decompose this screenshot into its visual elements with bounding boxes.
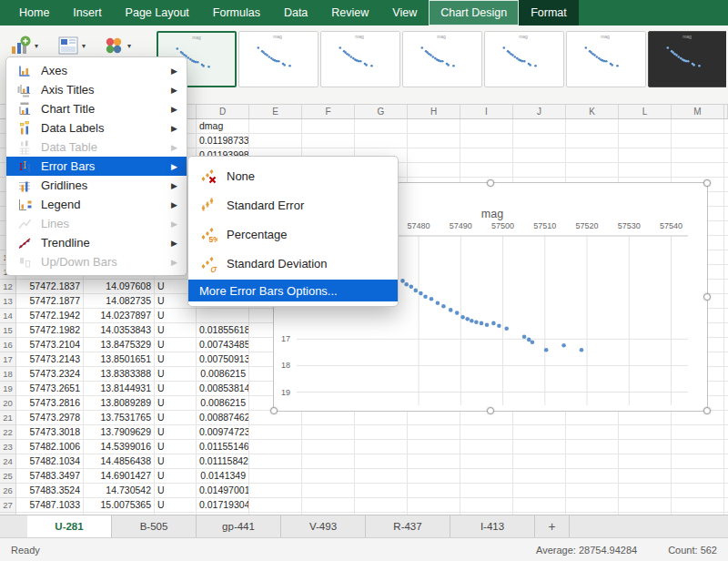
ribbon-tab-chart-design[interactable]: Chart Design <box>429 0 519 26</box>
cell[interactable]: U <box>155 411 197 425</box>
cell[interactable]: 0.0141349 <box>197 469 249 484</box>
cell[interactable] <box>566 484 619 498</box>
cell[interactable]: 13.8144931 <box>84 382 155 396</box>
cell[interactable] <box>619 119 672 134</box>
row-header[interactable]: 21 <box>0 411 16 425</box>
cell[interactable] <box>460 134 513 148</box>
cell[interactable] <box>513 484 566 498</box>
row-header[interactable]: 24 <box>0 454 16 469</box>
row-header[interactable]: 16 <box>0 338 16 352</box>
row-header[interactable]: 14 <box>0 309 16 323</box>
cell[interactable] <box>619 498 672 513</box>
cell[interactable]: 0.01198733 <box>197 134 249 148</box>
row-header[interactable]: 13 <box>0 294 16 309</box>
cell[interactable]: 0.01719304 <box>197 498 249 513</box>
cell[interactable]: U <box>155 352 197 367</box>
cell[interactable] <box>460 484 513 498</box>
cell[interactable] <box>566 134 619 148</box>
cell[interactable] <box>672 454 724 469</box>
cell[interactable] <box>724 163 728 178</box>
column-header-k[interactable]: K <box>566 105 619 118</box>
row-header[interactable]: 17 <box>0 352 16 367</box>
submenu-item-standard-deviation[interactable]: σStandard Deviation <box>188 249 398 278</box>
cell[interactable]: 57473.2651 <box>16 382 84 396</box>
cell[interactable] <box>408 163 460 178</box>
cell[interactable]: 14.097608 <box>84 280 155 294</box>
cell[interactable] <box>724 148 728 163</box>
cell[interactable] <box>672 134 724 148</box>
column-header-i[interactable]: I <box>460 105 513 118</box>
cell[interactable] <box>566 454 619 469</box>
cell[interactable] <box>672 425 724 440</box>
cell[interactable] <box>513 498 566 513</box>
cell[interactable] <box>724 440 728 454</box>
cell[interactable] <box>355 498 408 513</box>
cell[interactable] <box>408 411 460 425</box>
cell[interactable] <box>724 396 728 411</box>
row-header[interactable]: 22 <box>0 425 16 440</box>
cell[interactable]: 14.5399016 <box>84 440 155 454</box>
cell[interactable] <box>619 163 672 178</box>
cell[interactable]: 57472.1837 <box>16 280 84 294</box>
cell[interactable] <box>724 498 728 513</box>
cell[interactable] <box>619 411 672 425</box>
column-header-f[interactable]: F <box>302 105 355 118</box>
cell[interactable] <box>408 454 460 469</box>
cell[interactable]: dmag <box>197 119 249 134</box>
chart-style-thumbnail[interactable]: mag <box>648 31 726 87</box>
cell[interactable] <box>513 163 566 178</box>
cell[interactable] <box>672 119 724 134</box>
chart-selection-handle[interactable] <box>487 407 494 414</box>
sheet-tab-v-493[interactable]: V-493 <box>281 515 366 537</box>
column-header-m[interactable]: M <box>672 105 724 118</box>
cell[interactable] <box>672 440 724 454</box>
cell[interactable] <box>302 440 355 454</box>
cell[interactable] <box>724 207 728 221</box>
column-header-d[interactable]: D <box>197 105 249 118</box>
cell[interactable] <box>566 440 619 454</box>
row-header[interactable]: 15 <box>0 323 16 338</box>
cell[interactable]: U <box>155 382 197 396</box>
cell[interactable] <box>724 134 728 148</box>
row-header[interactable]: 12 <box>0 280 16 294</box>
cell[interactable] <box>566 411 619 425</box>
cell[interactable] <box>566 148 619 163</box>
column-header-h[interactable]: H <box>408 105 460 118</box>
cell[interactable]: 13.7531765 <box>84 411 155 425</box>
cell[interactable] <box>355 440 408 454</box>
cell[interactable] <box>619 440 672 454</box>
cell[interactable] <box>355 454 408 469</box>
menu-item-data-labels[interactable]: Data Labels▶ <box>6 118 187 138</box>
cell[interactable] <box>566 119 619 134</box>
add-chart-element-button[interactable]: ▾ <box>7 33 41 58</box>
ribbon-tab-view[interactable]: View <box>380 0 429 26</box>
cell[interactable] <box>302 484 355 498</box>
cell[interactable] <box>566 498 619 513</box>
cell[interactable] <box>724 469 728 484</box>
cell[interactable] <box>249 440 302 454</box>
cell[interactable] <box>249 469 302 484</box>
row-header[interactable]: 25 <box>0 469 16 484</box>
column-header-e[interactable]: E <box>249 105 302 118</box>
cell[interactable]: U <box>155 425 197 440</box>
cell[interactable] <box>249 119 302 134</box>
cell[interactable] <box>302 454 355 469</box>
cell[interactable] <box>619 469 672 484</box>
cell[interactable] <box>513 148 566 163</box>
cell[interactable]: 13.8089289 <box>84 396 155 411</box>
cell[interactable]: 13.8383388 <box>84 367 155 382</box>
cell[interactable] <box>249 134 302 148</box>
cell[interactable]: U <box>155 396 197 411</box>
cell[interactable]: 13.8475329 <box>84 338 155 352</box>
sheet-tab-i-413[interactable]: I-413 <box>450 515 535 537</box>
menu-item-gridlines[interactable]: Gridlines▶ <box>6 176 187 195</box>
cell[interactable] <box>724 323 728 338</box>
cell[interactable]: 57472.1982 <box>16 323 84 338</box>
cell[interactable]: U <box>155 367 197 382</box>
chart-style-thumbnail[interactable]: mag <box>566 31 646 87</box>
row-header[interactable]: 23 <box>0 440 16 454</box>
cell[interactable] <box>460 425 513 440</box>
cell[interactable] <box>724 454 728 469</box>
cell[interactable] <box>619 484 672 498</box>
sheet-tab-gp-441[interactable]: gp-441 <box>197 515 281 537</box>
